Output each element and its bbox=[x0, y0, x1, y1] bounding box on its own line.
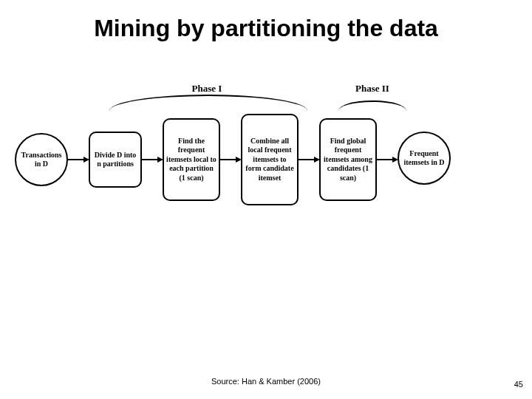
node-divide: Divide D into n partitions bbox=[89, 132, 142, 188]
phase1-label: Phase I bbox=[185, 83, 229, 95]
phase2-arc bbox=[338, 100, 406, 111]
phase2-label: Phase II bbox=[350, 83, 395, 95]
node-transactions: Transactions in D bbox=[15, 133, 68, 186]
page-number: 45 bbox=[514, 380, 523, 389]
node-find-local: Find the frequent itemsets local to each… bbox=[163, 118, 220, 201]
source-citation: Source: Han & Kamber (2006) bbox=[0, 377, 532, 386]
flow-diagram: Phase I Phase II Transactions in D Divid… bbox=[15, 111, 517, 259]
node-frequent: Frequent itemsets in D bbox=[398, 132, 451, 185]
node-combine: Combine all local frequent itemsets to f… bbox=[241, 114, 299, 205]
slide-title: Mining by partitioning the data bbox=[0, 15, 532, 42]
phase1-arc bbox=[109, 95, 307, 111]
node-find-global: Find global frequent itemsets among cand… bbox=[319, 118, 377, 201]
